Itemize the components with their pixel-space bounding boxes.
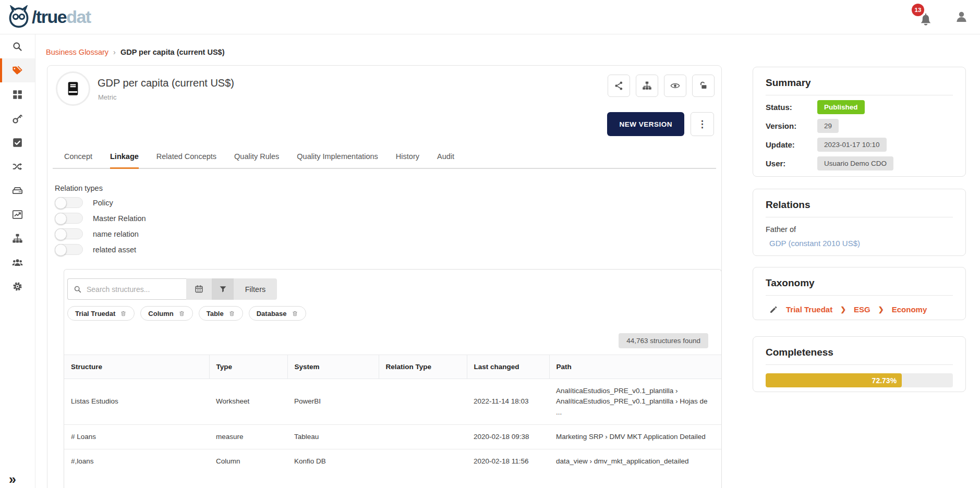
lineage-button[interactable] xyxy=(636,75,658,97)
summary-panel: Summary Status: Published Version: 29 Up… xyxy=(753,67,966,177)
trash-icon[interactable] xyxy=(120,310,127,317)
filters-button[interactable]: Filters xyxy=(234,278,277,300)
cell-type: measure xyxy=(209,424,287,449)
sidebar-expand-button[interactable]: » xyxy=(0,473,35,486)
tab-quality-implementations[interactable]: Quality Implementations xyxy=(297,148,378,168)
table-row[interactable]: # Loans measure Tableau 2020-02-18 09:38… xyxy=(64,424,721,449)
tab-audit[interactable]: Audit xyxy=(437,148,454,168)
active-filter-chips: Trial Truedat Column Table Database xyxy=(67,306,721,321)
relation-types-filter: Relation types Policy Master Relation na… xyxy=(55,184,146,255)
taxonomy-link-subdomain[interactable]: ESG xyxy=(854,305,870,314)
cell-structure: # Loans xyxy=(64,424,209,449)
results-count-row: 44,763 structures found xyxy=(64,333,708,348)
structures-panel: Filters Trial Truedat Column Table Datab… xyxy=(64,269,722,488)
status-badge: Published xyxy=(817,100,865,114)
cell-relation-type xyxy=(379,424,467,449)
chip-trial-truedat[interactable]: Trial Truedat xyxy=(67,306,135,321)
filter-toggle-button[interactable] xyxy=(212,278,234,300)
sidebar-item-glossary[interactable] xyxy=(0,58,35,82)
trash-icon[interactable] xyxy=(178,310,185,317)
sidebar-item-groups[interactable] xyxy=(0,250,35,274)
divider xyxy=(766,295,953,296)
toggle-row-name-relation: name relation xyxy=(55,228,146,239)
cell-system: PowerBI xyxy=(287,379,379,425)
structures-table: Structure Type System Relation Type Last… xyxy=(64,355,721,473)
sidebar-item-settings[interactable] xyxy=(0,274,35,298)
tab-quality-rules[interactable]: Quality Rules xyxy=(234,148,279,168)
col-header-relation-type[interactable]: Relation Type xyxy=(379,355,467,379)
logo-text: /truedat xyxy=(32,7,91,27)
sidebar-item-relations[interactable] xyxy=(0,154,35,178)
sidebar-item-systems[interactable] xyxy=(0,178,35,202)
sitemap-icon xyxy=(642,81,652,91)
breadcrumb-business-glossary[interactable]: Business Glossary xyxy=(46,48,108,56)
policy-toggle[interactable] xyxy=(55,197,83,208)
cell-path: Marketing SRP › DMV MKT Application Deta… xyxy=(549,424,721,449)
chip-database[interactable]: Database xyxy=(249,306,306,321)
shuffle-icon xyxy=(12,161,23,172)
chip-label: Trial Truedat xyxy=(75,310,115,318)
tab-linkage[interactable]: Linkage xyxy=(110,148,139,169)
user-menu-button[interactable] xyxy=(954,10,969,24)
cell-system: Tableau xyxy=(287,424,379,449)
summary-row-update: Update: 2023-01-17 10:10 xyxy=(766,138,953,152)
table-row[interactable]: Listas Estudios Worksheet PowerBI 2022-1… xyxy=(64,379,721,425)
user-badge: Usuario Demo CDO xyxy=(817,156,893,170)
col-header-system[interactable]: System xyxy=(287,355,379,379)
status-label: Status: xyxy=(766,103,817,112)
cell-system: Konfio DB xyxy=(287,449,379,474)
col-header-path[interactable]: Path xyxy=(549,355,721,379)
share-button[interactable] xyxy=(608,75,630,97)
owl-logo-icon xyxy=(7,5,31,29)
trash-icon[interactable] xyxy=(228,310,235,317)
sidebar-item-lineage[interactable] xyxy=(0,226,35,250)
taxonomy-link-leaf[interactable]: Economy xyxy=(892,305,927,314)
date-filter-button[interactable] xyxy=(186,278,212,300)
update-badge: 2023-01-17 10:10 xyxy=(817,138,887,152)
pencil-icon[interactable] xyxy=(769,305,778,314)
taxonomy-title: Taxonomy xyxy=(766,277,953,289)
divider xyxy=(766,364,953,365)
related-asset-toggle[interactable] xyxy=(55,244,83,255)
calendar-icon xyxy=(195,285,203,294)
tab-related-concepts[interactable]: Related Concepts xyxy=(156,148,216,168)
sidebar-item-modules[interactable] xyxy=(0,82,35,106)
name-relation-toggle[interactable] xyxy=(55,228,83,239)
notification-count-badge: 13 xyxy=(912,4,924,16)
summary-row-status: Status: Published xyxy=(766,100,953,114)
trash-icon[interactable] xyxy=(292,310,298,317)
concept-actions xyxy=(608,75,715,97)
cell-structure: Listas Estudios xyxy=(64,379,209,425)
new-version-button[interactable]: NEW VERSION xyxy=(607,112,684,136)
sidebar-item-search[interactable] xyxy=(0,34,35,58)
cell-type: Column xyxy=(209,449,287,474)
app-header: /truedat 13 xyxy=(0,0,980,34)
table-row[interactable]: #,loans Column Konfio DB 2020-02-18 11:5… xyxy=(64,449,721,474)
master-relation-toggle[interactable] xyxy=(55,213,83,224)
search-icon xyxy=(12,41,23,52)
sidebar-item-quality[interactable] xyxy=(0,130,35,154)
cell-path: AnalíticaEstudios_PRE_v0.1_plantilla › A… xyxy=(549,379,721,425)
chip-column[interactable]: Column xyxy=(140,306,192,321)
search-structures-input[interactable] xyxy=(87,285,180,294)
share-icon xyxy=(614,81,624,91)
watch-button[interactable] xyxy=(664,75,686,97)
col-header-type[interactable]: Type xyxy=(209,355,287,379)
permissions-button[interactable] xyxy=(692,75,715,97)
sidebar-item-insights[interactable] xyxy=(0,202,35,226)
notifications-button[interactable]: 13 xyxy=(918,8,934,27)
taxonomy-path: Trial Truedat ❯ ESG ❯ Economy xyxy=(766,305,953,314)
truedat-logo[interactable]: /truedat xyxy=(7,5,91,29)
related-concept-link[interactable]: GDP (constant 2010 US$) xyxy=(769,239,860,248)
unlock-icon xyxy=(698,81,708,91)
col-header-structure[interactable]: Structure xyxy=(64,355,209,379)
tab-history[interactable]: History xyxy=(396,148,419,168)
person-icon xyxy=(954,10,969,24)
sidebar-item-permissions[interactable] xyxy=(0,106,35,130)
taxonomy-link-domain[interactable]: Trial Truedat xyxy=(786,305,832,314)
col-header-last-changed[interactable]: Last changed xyxy=(467,355,549,379)
more-actions-button[interactable]: ⋮ xyxy=(691,112,714,136)
concept-card: GDP per capita (current US$) Metric NEW … xyxy=(47,65,722,488)
chip-table[interactable]: Table xyxy=(199,306,243,321)
tab-concept[interactable]: Concept xyxy=(64,148,92,168)
